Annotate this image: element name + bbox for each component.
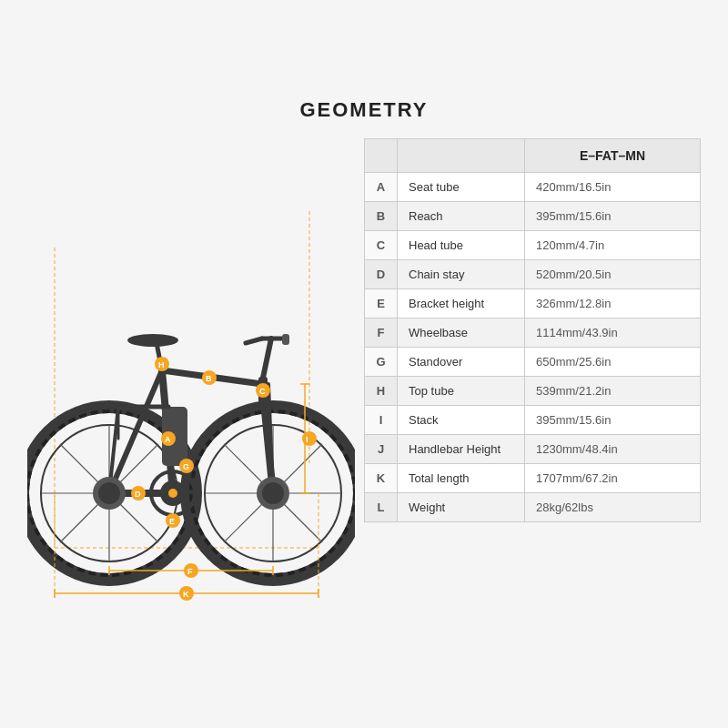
row-value: 395mm/15.6in bbox=[525, 202, 701, 231]
row-letter: E bbox=[365, 289, 398, 318]
specs-table: E–FAT–MN ASeat tube420mm/16.5inBReach395… bbox=[364, 138, 701, 522]
table-row: GStandover650mm/25.6in bbox=[365, 348, 701, 377]
svg-line-23 bbox=[278, 499, 322, 542]
svg-text:A: A bbox=[165, 435, 171, 444]
row-letter: D bbox=[365, 260, 398, 289]
content-area: A B C D E F bbox=[27, 138, 701, 630]
table-row: JHandlebar Height1230mm/48.4in bbox=[365, 435, 701, 464]
page-container: GEOMETRY bbox=[9, 80, 719, 648]
svg-line-35 bbox=[262, 339, 271, 382]
row-letter: G bbox=[365, 348, 398, 377]
col-header-name bbox=[398, 139, 525, 173]
row-name: Chain stay bbox=[398, 260, 525, 289]
row-name: Total length bbox=[398, 464, 525, 493]
page-title: GEOMETRY bbox=[27, 98, 701, 122]
row-name: Seat tube bbox=[398, 173, 525, 202]
svg-text:G: G bbox=[183, 462, 189, 471]
table-row: ASeat tube420mm/16.5in bbox=[365, 173, 701, 202]
row-value: 1230mm/48.4in bbox=[525, 435, 701, 464]
row-value: 1707mm/67.2in bbox=[525, 464, 701, 493]
row-letter: H bbox=[365, 377, 398, 406]
svg-text:K: K bbox=[183, 590, 189, 599]
table-row: CHead tube120mm/4.7in bbox=[365, 231, 701, 260]
svg-line-10 bbox=[60, 444, 104, 488]
row-value: 650mm/25.6in bbox=[525, 348, 701, 377]
table-row: IStack395mm/15.6in bbox=[365, 406, 701, 435]
row-value: 395mm/15.6in bbox=[525, 406, 701, 435]
col-header-letter bbox=[365, 139, 398, 173]
row-name: Standover bbox=[398, 348, 525, 377]
row-value: 1114mm/43.9in bbox=[525, 318, 701, 348]
svg-text:I: I bbox=[306, 435, 308, 444]
table-row: BReach395mm/15.6in bbox=[365, 202, 701, 231]
row-name: Wheelbase bbox=[398, 318, 525, 348]
table-row: LWeight28kg/62lbs bbox=[365, 493, 701, 522]
table-row: HTop tube539mm/21.2in bbox=[365, 377, 701, 406]
row-letter: K bbox=[365, 464, 398, 493]
table-row: DChain stay520mm/20.5in bbox=[365, 260, 701, 289]
table-row: FWheelbase1114mm/43.9in bbox=[365, 318, 701, 348]
svg-point-43 bbox=[168, 489, 177, 498]
row-letter: L bbox=[365, 493, 398, 522]
row-value: 120mm/4.7in bbox=[525, 231, 701, 260]
geometry-table: E–FAT–MN ASeat tube420mm/16.5inBReach395… bbox=[364, 138, 701, 522]
svg-rect-38 bbox=[282, 334, 289, 345]
row-letter: B bbox=[365, 202, 398, 231]
svg-text:C: C bbox=[259, 387, 266, 396]
col-header-model: E–FAT–MN bbox=[525, 139, 701, 173]
row-letter: C bbox=[365, 231, 398, 260]
svg-text:F: F bbox=[187, 567, 193, 576]
row-name: Bracket height bbox=[398, 289, 525, 318]
svg-line-25 bbox=[224, 499, 268, 542]
row-letter: A bbox=[365, 173, 398, 202]
svg-text:E: E bbox=[169, 517, 175, 526]
svg-text:H: H bbox=[158, 360, 165, 369]
table-row: EBracket height326mm/12.8in bbox=[365, 289, 701, 318]
svg-point-49 bbox=[98, 482, 120, 504]
svg-line-13 bbox=[60, 499, 104, 542]
table-row: KTotal length1707mm/67.2in bbox=[365, 464, 701, 493]
svg-text:B: B bbox=[206, 374, 212, 383]
row-letter: F bbox=[365, 318, 398, 348]
svg-line-24 bbox=[278, 444, 322, 488]
svg-line-11 bbox=[115, 499, 158, 542]
bike-diagram: A B C D E F bbox=[27, 138, 355, 630]
row-name: Reach bbox=[398, 202, 525, 231]
svg-point-51 bbox=[262, 482, 284, 504]
row-name: Top tube bbox=[398, 377, 525, 406]
row-value: 420mm/16.5in bbox=[525, 173, 701, 202]
svg-point-74 bbox=[302, 431, 317, 446]
row-letter: I bbox=[365, 406, 398, 435]
row-name: Head tube bbox=[398, 231, 525, 260]
row-value: 520mm/20.5in bbox=[525, 260, 701, 289]
svg-text:D: D bbox=[135, 490, 141, 499]
row-value: 28kg/62lbs bbox=[525, 493, 701, 522]
row-name: Stack bbox=[398, 406, 525, 435]
row-letter: J bbox=[365, 435, 398, 464]
row-value: 539mm/21.2in bbox=[525, 377, 701, 406]
row-name: Handlebar Height bbox=[398, 435, 525, 464]
svg-point-40 bbox=[127, 334, 178, 347]
svg-line-37 bbox=[246, 339, 262, 343]
svg-line-22 bbox=[224, 444, 268, 488]
row-value: 326mm/12.8in bbox=[525, 289, 701, 318]
row-name: Weight bbox=[398, 493, 525, 522]
